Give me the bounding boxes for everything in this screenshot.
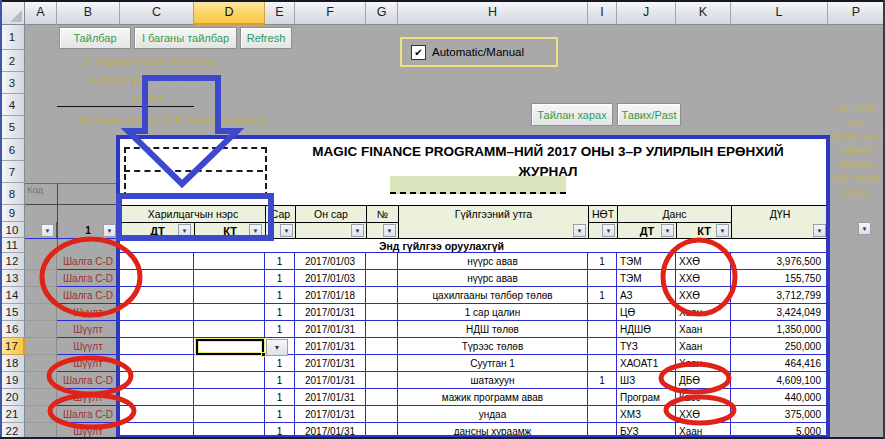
cell-G12[interactable] [366,253,398,270]
cell-G13[interactable] [366,270,398,287]
cell-C18[interactable] [120,355,194,372]
cell-E13[interactable]: 1 [265,270,295,287]
cell-G15[interactable] [366,304,398,321]
row-header-22[interactable]: 22 [0,423,25,439]
cell-F19[interactable]: 2017/01/31 [295,372,366,389]
filter-dropdown-p[interactable]: ▼ [858,222,871,235]
cell-G22[interactable] [366,423,398,439]
column-header-C[interactable]: C [120,0,194,25]
cell-H16[interactable]: НДШ төлөв [398,321,588,338]
cell-F13[interactable]: 2017/01/03 [295,270,366,287]
cell-A13[interactable] [25,270,57,287]
cell-F21[interactable]: 2017/01/31 [295,406,366,423]
cell-I13[interactable] [588,270,617,287]
row-header-13[interactable]: 13 [0,270,25,287]
cell-H22[interactable]: дансны хураамж [398,423,588,439]
cell-F17[interactable]: 2017/01/31 [295,338,366,355]
cell-F18[interactable]: 2017/01/31 [295,355,366,372]
cell-G21[interactable] [366,406,398,423]
cell-H17[interactable]: Түрээс төлөв [398,338,588,355]
cell-B20[interactable]: Шүүлт [57,389,120,406]
cell-H21[interactable]: ундаа [398,406,588,423]
cell-F14[interactable]: 2017/01/18 [295,287,366,304]
tavih-past-button[interactable]: Тавих/Past [617,103,681,126]
cell-D16[interactable] [194,321,265,338]
cell-H14[interactable]: цахилгааны төлбөр төлөв [398,287,588,304]
cell-A15[interactable] [25,304,57,321]
select-all-corner[interactable] [0,0,25,25]
row-header-21[interactable]: 21 [0,406,25,423]
cell-E22[interactable]: 1 [265,423,295,439]
cell-H15[interactable]: 1 сар цалин [398,304,588,321]
cell-C14[interactable] [120,287,194,304]
row-header-1[interactable]: 1 [0,25,25,50]
row-header-3[interactable]: 3 [0,72,25,94]
cell-L16[interactable]: 1,350,000 [731,321,828,338]
refresh-button[interactable]: Refresh [240,27,292,49]
cell-F12[interactable]: 2017/01/03 [295,253,366,270]
cell-D12[interactable] [194,253,265,270]
cell-B19[interactable]: Шалга C-D [57,372,120,389]
column-header-E[interactable]: E [265,0,295,25]
cell-J20[interactable]: Програм [617,389,676,406]
column-i-tailbar-button[interactable]: I баганы тайлбар [134,27,237,49]
filter-dropdown-j[interactable]: ▼ [661,224,674,237]
tailbar-button[interactable]: Тайлбар [59,27,131,49]
cell-K15[interactable]: Хаан [676,304,731,321]
cell-E12[interactable]: 1 [265,253,295,270]
row-header-10[interactable]: 10 [0,222,25,238]
cell-K14[interactable]: ХХӨ [676,287,731,304]
cell-A20[interactable] [25,389,57,406]
cell-K22[interactable]: Хаан [676,423,731,439]
cell-G18[interactable] [366,355,398,372]
cell-J14[interactable]: АЗ [617,287,676,304]
cell-J16[interactable]: НДШӨ [617,321,676,338]
cell-D20[interactable] [194,389,265,406]
cell-J17[interactable]: ТҮЗ [617,338,676,355]
column-header-L[interactable]: L [731,0,828,25]
cell-I17[interactable] [588,338,617,355]
filter-dropdown-k[interactable]: ▼ [716,224,729,237]
cell-L21[interactable]: 375,000 [731,406,828,423]
header-counterparty[interactable]: Харилцагчын нэрс [120,205,266,223]
filter-dropdown-b[interactable]: ▼ [103,224,116,237]
cell-C15[interactable] [120,304,194,321]
cell-A12[interactable] [25,253,57,270]
cell-B18[interactable]: Шүүлт [57,355,120,372]
cell-C13[interactable] [120,270,194,287]
cell-A17[interactable] [25,338,57,355]
column-header-D[interactable]: D [194,0,265,25]
filter-dropdown-i[interactable]: ▼ [602,224,615,237]
cell-H13[interactable]: нүүрс авав [398,270,588,287]
cell-L19[interactable]: 4,609,100 [731,372,828,389]
row-header-19[interactable]: 19 [0,372,25,389]
cell-E19[interactable]: 1 [265,372,295,389]
cell-L15[interactable]: 3,424,049 [731,304,828,321]
row-header-20[interactable]: 20 [0,389,25,406]
cell-G14[interactable] [366,287,398,304]
tailan-harah-button[interactable]: Тайлан харах [531,103,613,126]
cell-C16[interactable] [120,321,194,338]
cell-E21[interactable]: 1 [265,406,295,423]
cell-J18[interactable]: ХАОАТ1 [617,355,676,372]
cell-L22[interactable]: 5,000 [731,423,828,439]
cell-D22[interactable] [194,423,265,439]
cell-G20[interactable] [366,389,398,406]
filter-dropdown-c[interactable]: ▼ [178,224,191,237]
row-header-4[interactable]: 4 [0,94,25,116]
cell-B21[interactable]: Шалга C-D [57,406,120,423]
cell-I21[interactable] [588,406,617,423]
cell-F22[interactable]: 2017/01/31 [295,423,366,439]
cell-H19[interactable]: шатахуун [398,372,588,389]
cell-I12[interactable]: 1 [588,253,617,270]
cell-C21[interactable] [120,406,194,423]
header-sar[interactable]: Сар [265,205,296,223]
cell-E15[interactable]: 1 [265,304,295,321]
column-header-A[interactable]: A [25,0,57,25]
cell-G19[interactable] [366,372,398,389]
cell-L13[interactable]: 155,750 [731,270,828,287]
cell-B16[interactable]: Шүүлт [57,321,120,338]
cell-J22[interactable]: БУЗ [617,423,676,439]
column-header-K[interactable]: K [676,0,731,25]
filter-dropdown-f[interactable]: ▼ [351,224,364,237]
